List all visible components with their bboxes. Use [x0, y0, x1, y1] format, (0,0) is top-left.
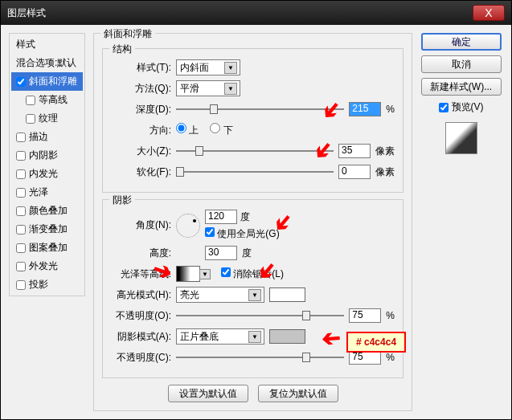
- size-input[interactable]: 35: [338, 144, 371, 158]
- shading-group-title: 阴影: [109, 194, 135, 207]
- soften-label: 软化(F):: [111, 165, 171, 179]
- sidebar-item-texture[interactable]: 纹理: [11, 109, 83, 128]
- size-unit: 像素: [375, 145, 395, 158]
- pat-overlay-checkbox[interactable]: [16, 243, 26, 253]
- angle-unit: 度: [240, 210, 250, 224]
- section-title: 斜面和浮雕: [100, 27, 155, 41]
- shadow-opacity-slider[interactable]: [176, 350, 344, 365]
- size-slider[interactable]: [176, 144, 334, 158]
- highlight-opacity-label: 不透明度(O):: [111, 309, 171, 323]
- sidebar-item-blend[interactable]: 混合选项:默认: [11, 54, 83, 72]
- preview-swatch: [445, 122, 477, 154]
- gloss-contour-picker[interactable]: [176, 266, 200, 282]
- altitude-input[interactable]: 30: [205, 246, 237, 260]
- sidebar-item-stroke[interactable]: 描边: [11, 128, 83, 146]
- texture-checkbox[interactable]: [26, 114, 35, 124]
- shadow-mode-label: 阴影模式(A):: [111, 330, 171, 344]
- sidebar-item-pattern-overlay[interactable]: 图案叠加: [11, 239, 83, 257]
- sidebar-item-satin[interactable]: 光泽: [11, 183, 83, 202]
- color-hex-annotation: # c4c4c4: [346, 332, 406, 353]
- sidebar-item-inner-glow[interactable]: 内发光: [11, 165, 83, 183]
- shadow-opacity-label: 不透明度(C):: [111, 351, 171, 365]
- sidebar-styles-header: 样式: [11, 35, 83, 54]
- shadow-mode-combo[interactable]: 正片叠底: [176, 328, 264, 345]
- soften-unit: 像素: [375, 165, 395, 179]
- highlight-opacity-input[interactable]: 75: [349, 308, 381, 323]
- angle-label: 角度(N):: [111, 218, 171, 232]
- contour-label: 等高线: [39, 93, 68, 107]
- drop-shadow-checkbox[interactable]: [16, 280, 26, 290]
- sidebar-item-color-overlay[interactable]: 颜色叠加: [11, 202, 83, 220]
- sidebar-item-gradient-overlay[interactable]: 渐变叠加: [11, 220, 83, 239]
- satin-checkbox[interactable]: [16, 188, 26, 198]
- method-combo[interactable]: 平滑: [176, 80, 240, 96]
- sidebar-item-outer-glow[interactable]: 外发光: [11, 257, 83, 275]
- new-style-button[interactable]: 新建样式(W)...: [421, 78, 502, 96]
- sidebar-item-contour[interactable]: 等高线: [11, 91, 83, 109]
- bevel-label: 斜面和浮雕: [29, 75, 77, 88]
- sidebar-item-bevel[interactable]: 斜面和浮雕: [11, 72, 83, 91]
- close-button[interactable]: X: [473, 5, 505, 21]
- highlight-color-swatch[interactable]: [269, 287, 305, 302]
- gloss-contour-label: 光泽等高线:: [111, 267, 171, 281]
- stroke-checkbox[interactable]: [16, 133, 26, 142]
- soften-input[interactable]: 0: [338, 165, 371, 179]
- sidebar-item-drop-shadow[interactable]: 投影: [11, 275, 83, 294]
- pct-unit-2: %: [386, 352, 395, 363]
- preview-checkbox[interactable]: 预览(V): [439, 100, 484, 114]
- depth-label: 深度(D):: [111, 103, 171, 116]
- highlight-opacity-slider[interactable]: [176, 308, 344, 323]
- style-label: 样式(T):: [111, 61, 171, 75]
- angle-input[interactable]: 120: [205, 210, 237, 224]
- outer-glow-checkbox[interactable]: [16, 262, 26, 271]
- dir-down-radio[interactable]: 下: [210, 123, 232, 137]
- global-light-checkbox[interactable]: 使用全局光(G): [205, 227, 280, 241]
- contour-checkbox[interactable]: [26, 96, 35, 105]
- highlight-mode-label: 高光模式(H):: [111, 288, 171, 302]
- method-label: 方法(Q):: [111, 82, 171, 96]
- size-label: 大小(Z):: [111, 145, 171, 158]
- depth-input[interactable]: 215: [349, 102, 381, 116]
- texture-label: 纹理: [39, 112, 58, 125]
- make-default-button[interactable]: 设置为默认值: [168, 385, 248, 402]
- grad-overlay-checkbox[interactable]: [16, 225, 26, 234]
- cancel-button[interactable]: 取消: [421, 55, 502, 73]
- depth-unit: %: [386, 104, 395, 115]
- structure-group-title: 结构: [109, 43, 135, 56]
- altitude-label: 高度:: [111, 247, 171, 260]
- inner-glow-checkbox[interactable]: [16, 169, 26, 179]
- direction-label: 方向:: [111, 124, 171, 137]
- inner-shadow-checkbox[interactable]: [16, 151, 26, 161]
- reset-default-button[interactable]: 复位为默认值: [258, 385, 338, 402]
- antialias-checkbox[interactable]: 消除锯齿(L): [221, 267, 284, 281]
- highlight-mode-combo[interactable]: 亮光: [176, 287, 264, 303]
- color-overlay-checkbox[interactable]: [16, 206, 26, 216]
- depth-slider[interactable]: [176, 102, 344, 116]
- altitude-unit: 度: [242, 247, 252, 260]
- shadow-color-swatch[interactable]: [269, 329, 305, 344]
- ok-button[interactable]: 确定: [421, 33, 502, 51]
- pct-unit: %: [386, 310, 395, 321]
- soften-slider[interactable]: [176, 165, 334, 179]
- bevel-checkbox[interactable]: [16, 77, 26, 87]
- angle-dial[interactable]: [176, 214, 200, 238]
- sidebar-item-inner-shadow[interactable]: 内阴影: [11, 146, 83, 165]
- style-combo[interactable]: 内斜面: [176, 59, 240, 75]
- dir-up-radio[interactable]: 上: [176, 123, 199, 137]
- window-title: 图层样式: [7, 6, 473, 20]
